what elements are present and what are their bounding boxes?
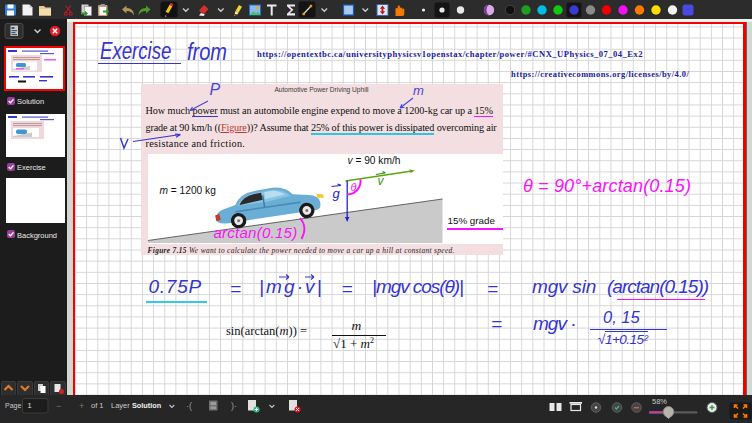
svg-text:58%: 58% (652, 397, 667, 406)
svg-text:Page: Page (5, 402, 21, 410)
svg-text:Layer: Layer (111, 401, 130, 410)
svg-text:+: + (79, 401, 84, 411)
svg-text:of 1: of 1 (91, 401, 104, 410)
svg-text:1: 1 (28, 401, 32, 410)
svg-text:)·: )· (231, 401, 237, 411)
svg-text:Solution: Solution (132, 401, 161, 410)
svg-text:·(: ·( (186, 401, 192, 411)
svg-text:−: − (56, 401, 61, 411)
